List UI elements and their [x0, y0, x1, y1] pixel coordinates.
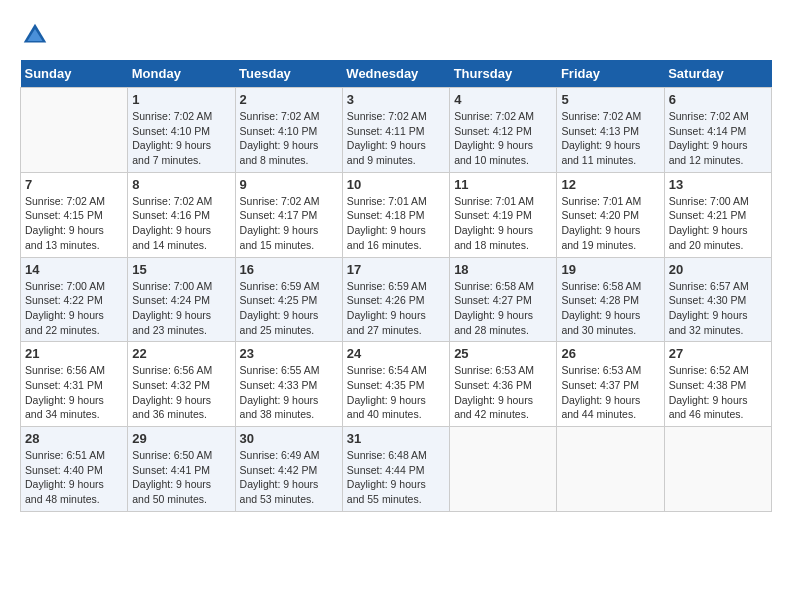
day-info: Sunrise: 6:58 AMSunset: 4:28 PMDaylight:… [561, 279, 659, 338]
calendar-cell: 2Sunrise: 7:02 AMSunset: 4:10 PMDaylight… [235, 88, 342, 173]
calendar-cell [450, 427, 557, 512]
column-header-saturday: Saturday [664, 60, 771, 88]
day-number: 1 [132, 92, 230, 107]
calendar-cell: 18Sunrise: 6:58 AMSunset: 4:27 PMDayligh… [450, 257, 557, 342]
day-info: Sunrise: 7:01 AMSunset: 4:20 PMDaylight:… [561, 194, 659, 253]
day-info: Sunrise: 6:59 AMSunset: 4:25 PMDaylight:… [240, 279, 338, 338]
day-info: Sunrise: 7:02 AMSunset: 4:11 PMDaylight:… [347, 109, 445, 168]
day-number: 10 [347, 177, 445, 192]
day-number: 31 [347, 431, 445, 446]
day-info: Sunrise: 7:00 AMSunset: 4:21 PMDaylight:… [669, 194, 767, 253]
calendar-week-row: 7Sunrise: 7:02 AMSunset: 4:15 PMDaylight… [21, 172, 772, 257]
day-number: 16 [240, 262, 338, 277]
day-info: Sunrise: 7:02 AMSunset: 4:16 PMDaylight:… [132, 194, 230, 253]
calendar-cell: 21Sunrise: 6:56 AMSunset: 4:31 PMDayligh… [21, 342, 128, 427]
day-info: Sunrise: 7:00 AMSunset: 4:24 PMDaylight:… [132, 279, 230, 338]
day-info: Sunrise: 7:02 AMSunset: 4:12 PMDaylight:… [454, 109, 552, 168]
calendar-cell: 22Sunrise: 6:56 AMSunset: 4:32 PMDayligh… [128, 342, 235, 427]
calendar-cell [664, 427, 771, 512]
calendar-cell: 19Sunrise: 6:58 AMSunset: 4:28 PMDayligh… [557, 257, 664, 342]
day-number: 2 [240, 92, 338, 107]
calendar-cell: 23Sunrise: 6:55 AMSunset: 4:33 PMDayligh… [235, 342, 342, 427]
day-info: Sunrise: 6:57 AMSunset: 4:30 PMDaylight:… [669, 279, 767, 338]
calendar-cell: 16Sunrise: 6:59 AMSunset: 4:25 PMDayligh… [235, 257, 342, 342]
day-number: 4 [454, 92, 552, 107]
day-info: Sunrise: 7:02 AMSunset: 4:10 PMDaylight:… [240, 109, 338, 168]
day-info: Sunrise: 7:00 AMSunset: 4:22 PMDaylight:… [25, 279, 123, 338]
day-info: Sunrise: 7:02 AMSunset: 4:13 PMDaylight:… [561, 109, 659, 168]
day-number: 9 [240, 177, 338, 192]
calendar-cell: 29Sunrise: 6:50 AMSunset: 4:41 PMDayligh… [128, 427, 235, 512]
calendar-cell [557, 427, 664, 512]
logo [20, 20, 54, 50]
day-number: 23 [240, 346, 338, 361]
day-number: 3 [347, 92, 445, 107]
day-number: 30 [240, 431, 338, 446]
day-info: Sunrise: 7:02 AMSunset: 4:14 PMDaylight:… [669, 109, 767, 168]
day-number: 28 [25, 431, 123, 446]
day-info: Sunrise: 6:52 AMSunset: 4:38 PMDaylight:… [669, 363, 767, 422]
day-number: 17 [347, 262, 445, 277]
calendar-cell: 17Sunrise: 6:59 AMSunset: 4:26 PMDayligh… [342, 257, 449, 342]
calendar-cell: 3Sunrise: 7:02 AMSunset: 4:11 PMDaylight… [342, 88, 449, 173]
day-number: 5 [561, 92, 659, 107]
day-number: 7 [25, 177, 123, 192]
day-number: 11 [454, 177, 552, 192]
day-info: Sunrise: 6:53 AMSunset: 4:36 PMDaylight:… [454, 363, 552, 422]
day-number: 19 [561, 262, 659, 277]
day-number: 26 [561, 346, 659, 361]
day-info: Sunrise: 6:51 AMSunset: 4:40 PMDaylight:… [25, 448, 123, 507]
calendar-cell: 24Sunrise: 6:54 AMSunset: 4:35 PMDayligh… [342, 342, 449, 427]
day-info: Sunrise: 7:02 AMSunset: 4:17 PMDaylight:… [240, 194, 338, 253]
day-number: 13 [669, 177, 767, 192]
calendar-cell: 11Sunrise: 7:01 AMSunset: 4:19 PMDayligh… [450, 172, 557, 257]
day-number: 29 [132, 431, 230, 446]
calendar-cell: 30Sunrise: 6:49 AMSunset: 4:42 PMDayligh… [235, 427, 342, 512]
day-info: Sunrise: 7:01 AMSunset: 4:19 PMDaylight:… [454, 194, 552, 253]
day-number: 25 [454, 346, 552, 361]
calendar-cell: 20Sunrise: 6:57 AMSunset: 4:30 PMDayligh… [664, 257, 771, 342]
day-info: Sunrise: 7:02 AMSunset: 4:15 PMDaylight:… [25, 194, 123, 253]
calendar-cell: 28Sunrise: 6:51 AMSunset: 4:40 PMDayligh… [21, 427, 128, 512]
day-number: 8 [132, 177, 230, 192]
calendar-cell: 6Sunrise: 7:02 AMSunset: 4:14 PMDaylight… [664, 88, 771, 173]
column-header-sunday: Sunday [21, 60, 128, 88]
day-info: Sunrise: 6:50 AMSunset: 4:41 PMDaylight:… [132, 448, 230, 507]
calendar-week-row: 14Sunrise: 7:00 AMSunset: 4:22 PMDayligh… [21, 257, 772, 342]
column-header-monday: Monday [128, 60, 235, 88]
calendar-header-row: SundayMondayTuesdayWednesdayThursdayFrid… [21, 60, 772, 88]
calendar-cell: 14Sunrise: 7:00 AMSunset: 4:22 PMDayligh… [21, 257, 128, 342]
day-info: Sunrise: 6:48 AMSunset: 4:44 PMDaylight:… [347, 448, 445, 507]
generalblue-logo-icon [20, 20, 50, 50]
calendar-cell: 4Sunrise: 7:02 AMSunset: 4:12 PMDaylight… [450, 88, 557, 173]
calendar-cell: 5Sunrise: 7:02 AMSunset: 4:13 PMDaylight… [557, 88, 664, 173]
calendar-cell: 9Sunrise: 7:02 AMSunset: 4:17 PMDaylight… [235, 172, 342, 257]
day-number: 20 [669, 262, 767, 277]
day-info: Sunrise: 7:02 AMSunset: 4:10 PMDaylight:… [132, 109, 230, 168]
day-info: Sunrise: 6:59 AMSunset: 4:26 PMDaylight:… [347, 279, 445, 338]
calendar-cell: 1Sunrise: 7:02 AMSunset: 4:10 PMDaylight… [128, 88, 235, 173]
day-number: 14 [25, 262, 123, 277]
day-info: Sunrise: 6:54 AMSunset: 4:35 PMDaylight:… [347, 363, 445, 422]
day-number: 21 [25, 346, 123, 361]
column-header-wednesday: Wednesday [342, 60, 449, 88]
day-number: 27 [669, 346, 767, 361]
header [20, 20, 772, 50]
calendar-week-row: 21Sunrise: 6:56 AMSunset: 4:31 PMDayligh… [21, 342, 772, 427]
day-info: Sunrise: 7:01 AMSunset: 4:18 PMDaylight:… [347, 194, 445, 253]
day-number: 12 [561, 177, 659, 192]
calendar-cell: 15Sunrise: 7:00 AMSunset: 4:24 PMDayligh… [128, 257, 235, 342]
day-number: 24 [347, 346, 445, 361]
calendar-cell: 13Sunrise: 7:00 AMSunset: 4:21 PMDayligh… [664, 172, 771, 257]
day-number: 6 [669, 92, 767, 107]
calendar-cell: 25Sunrise: 6:53 AMSunset: 4:36 PMDayligh… [450, 342, 557, 427]
calendar-cell: 12Sunrise: 7:01 AMSunset: 4:20 PMDayligh… [557, 172, 664, 257]
calendar-cell [21, 88, 128, 173]
day-number: 22 [132, 346, 230, 361]
column-header-thursday: Thursday [450, 60, 557, 88]
calendar-week-row: 28Sunrise: 6:51 AMSunset: 4:40 PMDayligh… [21, 427, 772, 512]
column-header-friday: Friday [557, 60, 664, 88]
calendar-cell: 31Sunrise: 6:48 AMSunset: 4:44 PMDayligh… [342, 427, 449, 512]
day-info: Sunrise: 6:53 AMSunset: 4:37 PMDaylight:… [561, 363, 659, 422]
day-info: Sunrise: 6:58 AMSunset: 4:27 PMDaylight:… [454, 279, 552, 338]
